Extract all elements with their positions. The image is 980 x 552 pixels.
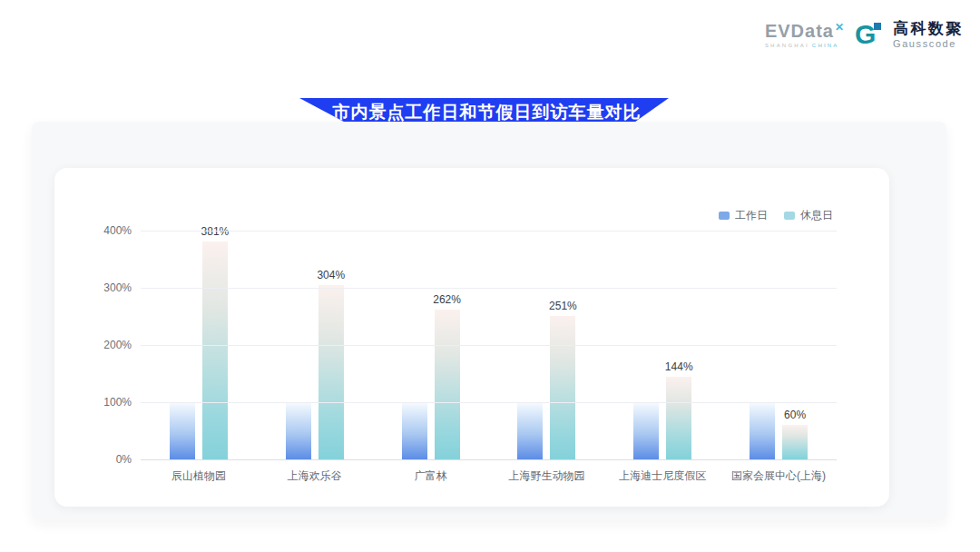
category-label: 国家会展中心(上海): [720, 468, 837, 484]
bar-restday[interactable]: 381%: [202, 242, 228, 459]
legend-item[interactable]: 休息日: [784, 208, 833, 223]
legend-swatch-icon: [719, 212, 730, 220]
gausscode-square-accent: [874, 23, 881, 30]
y-tick-label: 200%: [103, 339, 132, 351]
evdata-wordmark: EVData: [765, 21, 834, 41]
category-label: 辰山植物园: [141, 468, 257, 484]
bar-workday[interactable]: [402, 402, 427, 459]
bar-workday[interactable]: [633, 402, 659, 459]
gridline: [141, 288, 837, 289]
plot-area: 381%辰山植物园304%上海欢乐谷262%广富林251%上海野生动物园144%…: [141, 231, 837, 459]
page-title: 市内景点工作日和节假日到访车量对比: [328, 101, 642, 124]
logo-row: EVData✕ SHANGHAICHINA G 高科数聚 Gausscode: [765, 20, 964, 49]
bar-value-label: 251%: [549, 300, 577, 312]
bar-workday[interactable]: [170, 402, 195, 459]
gausscode-logo: 高科数聚 Gausscode: [893, 21, 964, 49]
bar-value-label: 144%: [665, 360, 693, 373]
bar-workday[interactable]: [750, 402, 775, 459]
evdata-logo: EVData✕ SHANGHAICHINA: [765, 22, 844, 48]
gausscode-cn-name: 高科数聚: [893, 21, 964, 36]
page: EVData✕ SHANGHAICHINA G 高科数聚 Gausscode 市…: [0, 0, 980, 552]
evdata-subtitle: SHANGHAICHINA: [765, 43, 839, 48]
gausscode-g-icon: G: [855, 20, 882, 49]
category-label: 广富林: [373, 468, 489, 484]
category-label: 上海迪士尼度假区: [604, 468, 720, 484]
legend-label: 休息日: [800, 208, 833, 223]
bar-restday[interactable]: 144%: [666, 377, 691, 459]
y-tick-label: 100%: [103, 396, 132, 409]
legend-item[interactable]: 工作日: [719, 208, 768, 223]
y-tick-label: 0%: [116, 453, 132, 466]
evdata-x-icon: ✕: [835, 21, 844, 34]
legend-swatch-icon: [784, 212, 795, 220]
y-tick-label: 300%: [103, 281, 132, 294]
category-label: 上海欢乐谷: [257, 468, 373, 484]
bar-value-label: 262%: [433, 293, 461, 306]
bar-restday[interactable]: 304%: [318, 285, 344, 459]
bar-restday[interactable]: 262%: [435, 310, 460, 459]
y-tick-label: 400%: [103, 224, 132, 237]
gridline: [141, 345, 837, 346]
chart-legend: 工作日休息日: [719, 208, 833, 223]
legend-label: 工作日: [735, 208, 768, 223]
bar-workday[interactable]: [286, 402, 311, 459]
category-label: 上海野生动物园: [488, 468, 604, 484]
gridline: [141, 402, 837, 403]
gridline: [141, 231, 837, 232]
bar-restday[interactable]: 251%: [550, 316, 575, 459]
gausscode-en-name: Gausscode: [893, 39, 964, 49]
x-axis-line: [141, 459, 837, 460]
bar-workday[interactable]: [517, 402, 543, 459]
bar-restday[interactable]: 60%: [782, 425, 808, 459]
chart-card: 工作日休息日 381%辰山植物园304%上海欢乐谷262%广富林251%上海野生…: [54, 168, 889, 507]
bar-value-label: 60%: [784, 409, 806, 421]
bar-value-label: 304%: [317, 269, 345, 281]
